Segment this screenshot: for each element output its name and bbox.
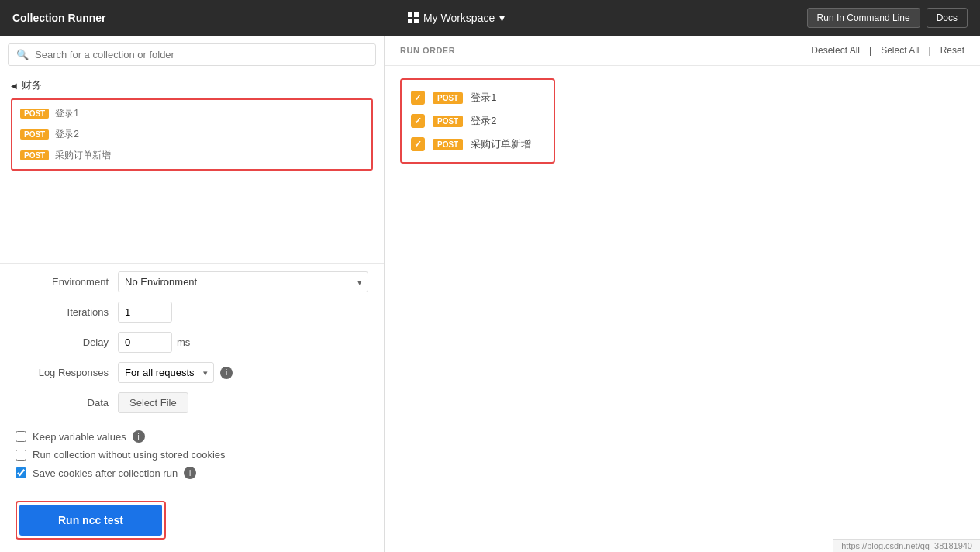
docs-button[interactable]: Docs: [927, 8, 968, 28]
search-box: 🔍: [8, 43, 376, 66]
check-icon: ✓: [414, 139, 422, 150]
status-bar: https://blog.csdn.net/qq_38181940: [833, 539, 980, 552]
status-url: https://blog.csdn.net/qq_38181940: [841, 541, 972, 550]
run-command-line-button[interactable]: Run In Command Line: [807, 8, 920, 28]
post-badge: POST: [20, 150, 49, 160]
run-item-name: 采购订单新增: [471, 137, 531, 151]
run-order-actions: Deselect All | Select All | Reset: [811, 45, 964, 56]
save-cookies-label[interactable]: Save cookies after collection run: [33, 467, 178, 479]
deselect-all-button[interactable]: Deselect All: [811, 45, 860, 56]
run-order-title: RUN ORDER: [400, 46, 455, 55]
environment-label: Environment: [16, 276, 109, 288]
run-item-post-badge: POST: [433, 92, 463, 104]
app-title: Collection Runner: [12, 12, 106, 24]
log-select-wrapper: For all requests: [118, 362, 214, 383]
select-all-button[interactable]: Select All: [881, 45, 919, 56]
no-cookies-checkbox[interactable]: [16, 450, 26, 461]
chevron-down-icon: ▾: [499, 12, 505, 24]
post-badge: POST: [20, 109, 49, 119]
delay-label: Delay: [16, 336, 109, 348]
run-order-header: RUN ORDER Deselect All | Select All | Re…: [385, 36, 980, 66]
log-responses-row: Log Responses For all requests i: [16, 362, 368, 383]
run-button-wrapper: Run ncc test: [16, 501, 166, 540]
check-icon: ✓: [414, 116, 422, 126]
delay-row: Delay 0 ms: [16, 332, 368, 353]
right-panel: RUN ORDER Deselect All | Select All | Re…: [385, 36, 980, 552]
run-item-name: 登录1: [471, 91, 496, 105]
save-cookies-checkbox[interactable]: [16, 467, 26, 478]
topbar: Collection Runner My Workspace ▾ Run In …: [0, 0, 980, 36]
log-responses-label: Log Responses: [16, 367, 109, 378]
run-section: Run ncc test: [0, 493, 384, 552]
environment-control: No Environment: [118, 271, 368, 292]
data-control: Select File: [118, 392, 368, 413]
save-cookies-info-icon: i: [184, 467, 196, 479]
keep-variable-row: Keep variable values i: [16, 430, 368, 443]
save-cookies-row: Save cookies after collection run i: [16, 467, 368, 479]
select-file-button[interactable]: Select File: [118, 392, 188, 413]
log-info-icon: i: [220, 367, 233, 379]
config-section: Environment No Environment Iterations 1 …: [0, 263, 384, 430]
log-responses-select[interactable]: For all requests: [118, 362, 214, 383]
iterations-row: Iterations 1: [16, 302, 368, 323]
run-item: ✓ POST 采购订单新增: [411, 133, 544, 156]
item-name: 采购订单新增: [55, 149, 111, 162]
search-input[interactable]: [35, 49, 368, 60]
no-cookies-row: Run collection without using stored cook…: [16, 449, 368, 461]
environment-select[interactable]: No Environment: [118, 271, 368, 292]
no-cookies-label[interactable]: Run collection without using stored cook…: [33, 449, 226, 461]
list-item[interactable]: POST 登录1: [17, 103, 367, 124]
run-item-checkbox-3[interactable]: ✓: [411, 137, 425, 151]
environment-row: Environment No Environment: [16, 271, 368, 292]
post-badge: POST: [20, 129, 49, 140]
run-item-name: 登录2: [471, 114, 496, 128]
collapse-arrow-icon: ◀: [11, 81, 17, 90]
run-item: ✓ POST 登录1: [411, 86, 544, 109]
checkbox-section: Keep variable values i Run collection wi…: [0, 430, 384, 493]
topbar-actions: Run In Command Line Docs: [807, 8, 968, 28]
keep-variable-info-icon: i: [133, 430, 145, 443]
run-item-post-badge: POST: [433, 139, 463, 150]
item-name: 登录1: [55, 107, 79, 120]
log-responses-control: For all requests i: [118, 362, 368, 383]
ms-label: ms: [177, 336, 190, 348]
iterations-input[interactable]: 1: [118, 302, 172, 323]
iterations-label: Iterations: [16, 306, 109, 318]
workspace-selector[interactable]: My Workspace ▾: [408, 12, 505, 24]
keep-variable-checkbox[interactable]: [16, 431, 26, 442]
list-item[interactable]: POST 采购订单新增: [17, 145, 367, 166]
data-label: Data: [16, 397, 109, 409]
actions-divider2: |: [929, 45, 931, 56]
data-row: Data Select File: [16, 392, 368, 413]
run-button[interactable]: Run ncc test: [19, 505, 162, 536]
selected-items-box: POST 登录1 POST 登录2 POST 采购订单新增: [11, 98, 373, 171]
folder-name: 财务: [22, 78, 42, 92]
reset-button[interactable]: Reset: [940, 45, 964, 56]
workspace-name: My Workspace: [423, 12, 495, 24]
item-name: 登录2: [55, 128, 79, 141]
keep-variable-label[interactable]: Keep variable values: [33, 431, 126, 443]
run-item-checkbox-2[interactable]: ✓: [411, 114, 425, 128]
search-icon: 🔍: [16, 49, 29, 60]
iterations-control: 1: [118, 302, 368, 323]
main-layout: 🔍 ◀ 财务 POST 登录1 POST 登录2 POST 采购订单: [0, 36, 980, 552]
run-item-checkbox-1[interactable]: ✓: [411, 91, 425, 105]
delay-control: 0 ms: [118, 332, 368, 353]
run-item-post-badge: POST: [433, 116, 463, 127]
left-panel: 🔍 ◀ 财务 POST 登录1 POST 登录2 POST 采购订单: [0, 36, 385, 552]
delay-input[interactable]: 0: [118, 332, 172, 353]
check-icon: ✓: [414, 92, 422, 103]
folder-item[interactable]: ◀ 财务: [8, 74, 376, 97]
actions-divider: |: [869, 45, 871, 56]
list-item[interactable]: POST 登录2: [17, 124, 367, 145]
grid-icon: [408, 12, 419, 23]
run-order-box: ✓ POST 登录1 ✓ POST 登录2 ✓ POST: [400, 78, 555, 164]
run-order-content: ✓ POST 登录1 ✓ POST 登录2 ✓ POST: [385, 66, 980, 176]
collection-tree: ◀ 财务 POST 登录1 POST 登录2 POST 采购订单新增: [0, 74, 384, 263]
run-item: ✓ POST 登录2: [411, 109, 544, 133]
